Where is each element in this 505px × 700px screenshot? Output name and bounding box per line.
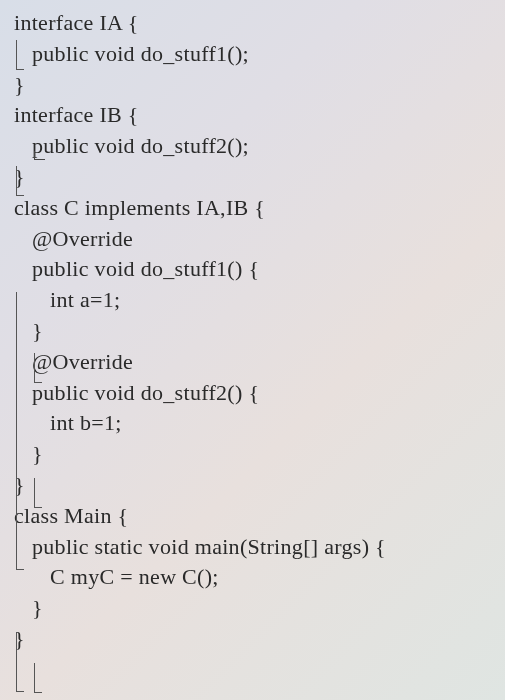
code-line: }	[14, 162, 499, 193]
code-line: public void do_stuff2();	[14, 131, 499, 162]
code-line: }	[14, 470, 499, 501]
code-line: class C implements IA,IB {	[14, 193, 499, 224]
bracket-guide	[34, 353, 42, 383]
code-line: public void do_stuff1() {	[14, 254, 499, 285]
bracket-guide	[34, 663, 42, 693]
code-line: interface IA {	[14, 8, 499, 39]
code-line: }	[14, 70, 499, 101]
code-line: C myC = new C();	[14, 562, 499, 593]
code-line: class Main {	[14, 501, 499, 532]
bracket-guide	[34, 478, 42, 508]
code-line: public void do_stuff1();	[14, 39, 499, 70]
code-line: public void do_stuff2() {	[14, 378, 499, 409]
code-line: }	[14, 316, 499, 347]
code-line: }	[14, 439, 499, 470]
code-line: @Override	[14, 347, 499, 378]
bracket-guide	[16, 166, 24, 196]
code-line: int b=1;	[14, 408, 499, 439]
bracket-guide	[16, 292, 24, 570]
code-line: }	[14, 624, 499, 655]
code-line: public static void main(String[] args) {	[14, 532, 499, 563]
code-line: @Override	[14, 224, 499, 255]
code-line: int a=1;	[14, 285, 499, 316]
code-line: interface IB {	[14, 100, 499, 131]
code-text: public void do_stuff2();	[32, 133, 249, 158]
bracket-guide	[16, 632, 24, 692]
bracket-guide	[16, 40, 24, 70]
code-block: interface IA { public void do_stuff1(); …	[14, 8, 499, 655]
code-line: }	[14, 593, 499, 624]
